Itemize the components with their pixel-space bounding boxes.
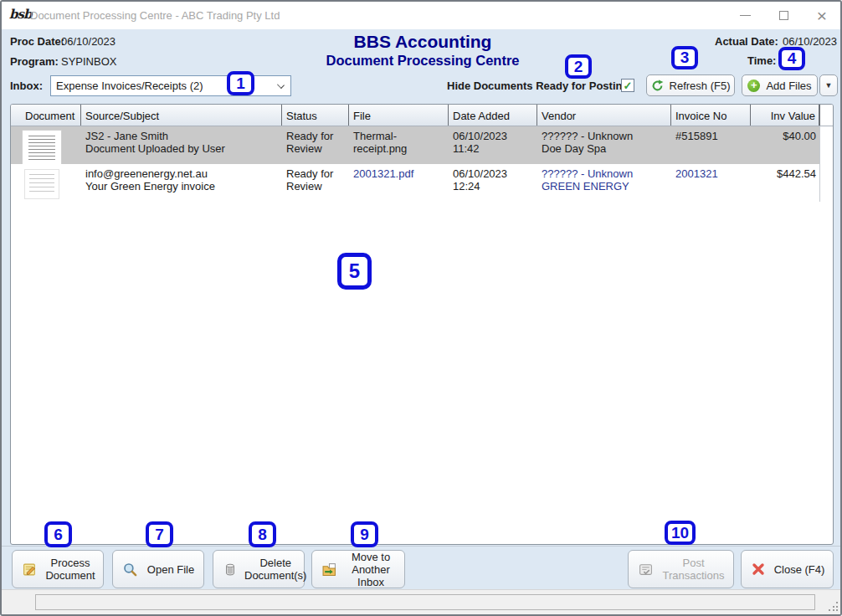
trash-icon	[223, 562, 237, 577]
actual-date-label: Actual Date:	[715, 35, 778, 48]
post-transactions-button[interactable]: Post Transactions	[628, 550, 734, 588]
move-inbox-button[interactable]: Move to Another Inbox	[311, 550, 405, 588]
caret-down-icon: ▼	[825, 81, 833, 90]
refresh-button-label: Refresh (F5)	[670, 80, 731, 92]
check-icon: ✓	[624, 80, 633, 91]
file-cell: 2001321.pdf	[349, 164, 449, 202]
proc-date-value: 06/10/2023	[61, 35, 116, 48]
post-transactions-icon	[639, 562, 653, 577]
column-header-vendor[interactable]: Vendor	[537, 105, 671, 126]
inv-value-cell: $40.00	[751, 126, 819, 164]
som-mark-9: 9	[351, 521, 378, 547]
refresh-icon	[651, 80, 664, 92]
add-files-button-label: Add Files	[766, 80, 811, 92]
program-value: SYPINBOX	[61, 55, 116, 68]
som-mark-8: 8	[249, 521, 276, 547]
app-window: bsb Document Processing Centre - ABC Tra…	[0, 0, 842, 616]
column-header-invoice-no[interactable]: Invoice No	[671, 105, 751, 126]
column-header-inv-value[interactable]: Inv Value	[751, 105, 819, 126]
table-row-1[interactable]: JS2 - Jane Smith Document Uploaded by Us…	[11, 126, 833, 164]
column-header-document[interactable]: Document	[11, 105, 81, 126]
status-message-panel	[35, 594, 815, 610]
status-cell: Ready for Review	[282, 164, 349, 202]
delete-documents-button[interactable]: Delete Document(s)	[213, 550, 305, 588]
resize-grip-icon[interactable]	[829, 602, 838, 611]
app-logo-icon: bsb	[9, 7, 31, 22]
vendor-cell: ?????? - Unknown GREEN ENERGY	[537, 164, 671, 202]
invoice-thumbnail	[25, 170, 59, 198]
som-mark-10: 10	[665, 521, 696, 545]
process-document-button[interactable]: Process Document	[12, 550, 104, 588]
status-cell: Ready for Review	[282, 126, 349, 164]
inv-value-cell: $442.54	[751, 164, 819, 202]
som-mark-7: 7	[146, 521, 173, 547]
receipt-thumbnail	[23, 131, 61, 164]
move-inbox-label: Move to Another Inbox	[344, 551, 398, 588]
som-mark-4: 4	[778, 47, 805, 70]
process-document-label: Process Document	[44, 557, 96, 582]
minimize-icon	[740, 15, 751, 16]
delete-documents-label: Delete Document(s)	[244, 557, 306, 582]
grid-header: Document Source/Subject Status File Date…	[11, 105, 833, 126]
move-folder-icon	[322, 562, 336, 577]
title-bar: bsb Document Processing Centre - ABC Tra…	[2, 2, 840, 29]
program-label: Program:	[10, 55, 59, 68]
hide-posting-label: Hide Documents Ready for Posting:	[447, 80, 633, 92]
source-subject-cell: JS2 - Jane Smith Document Uploaded by Us…	[81, 126, 282, 164]
close-button-label: Close (F4)	[773, 563, 826, 576]
add-files-dropdown-button[interactable]: ▼	[819, 74, 838, 96]
refresh-button[interactable]: Refresh (F5)	[646, 74, 735, 96]
app-title: BBS Accounting	[213, 32, 632, 52]
vendor-link[interactable]: GREEN ENERGY	[542, 180, 669, 192]
som-mark-5: 5	[337, 253, 372, 290]
som-mark-2: 2	[565, 54, 592, 79]
som-mark-1: 1	[227, 71, 254, 95]
document-grid: Document Source/Subject Status File Date…	[10, 104, 834, 545]
inbox-select[interactable]: Expense Invoices/Receipts (2)	[50, 75, 291, 96]
file-link[interactable]: 2001321.pdf	[353, 167, 446, 180]
hide-posting-checkbox[interactable]: ✓	[621, 79, 634, 92]
column-header-source-subject[interactable]: Source/Subject	[81, 105, 282, 126]
status-bar	[2, 589, 840, 614]
column-header-status[interactable]: Status	[282, 105, 349, 126]
window-title: Document Processing Centre - ABC Trading…	[30, 9, 280, 22]
column-header-file[interactable]: File	[349, 105, 449, 126]
close-button[interactable]: Close (F4)	[741, 550, 834, 588]
chevron-down-icon	[277, 81, 285, 89]
invoice-no-cell: 2001321	[671, 164, 751, 202]
process-document-icon	[23, 562, 37, 577]
inbox-label: Inbox:	[10, 80, 43, 92]
som-mark-3: 3	[671, 46, 698, 69]
proc-date-label: Proc Date:	[10, 35, 64, 48]
button-bar: Process Document Open File Delete Docume…	[2, 546, 840, 589]
time-label: Time:	[747, 54, 776, 67]
maximize-button[interactable]	[770, 2, 797, 29]
open-file-button[interactable]: Open File	[112, 550, 204, 588]
vendor-cell: ?????? - Unknown Doe Day Spa	[537, 126, 671, 164]
actual-date-value: 06/10/2023	[783, 35, 837, 48]
document-cell	[11, 164, 81, 202]
source-subject-cell: info@greenenergy.net.au Your Green Energ…	[81, 164, 282, 202]
date-added-cell: 06/10/2023 11:42	[449, 126, 537, 164]
close-x-icon	[752, 562, 765, 576]
inbox-selected-value: Expense Invoices/Receipts (2)	[56, 80, 203, 92]
minimize-button[interactable]	[732, 2, 758, 29]
file-cell: Thermal-receipt.png	[349, 126, 449, 164]
table-row-2[interactable]: info@greenenergy.net.au Your Green Energ…	[11, 164, 833, 202]
magnifier-icon	[123, 562, 137, 577]
post-transactions-label: Post Transactions	[660, 557, 726, 582]
date-added-cell: 06/10/2023 12:24	[449, 164, 537, 202]
column-header-date-added[interactable]: Date Added	[449, 105, 537, 126]
invoice-no-cell: #515891	[671, 126, 751, 164]
maximize-icon	[779, 11, 788, 20]
document-cell	[11, 126, 81, 164]
som-mark-6: 6	[44, 521, 72, 547]
open-file-label: Open File	[145, 563, 197, 576]
add-files-button[interactable]: + Add Files	[742, 74, 818, 96]
invoice-link[interactable]: 2001321	[675, 167, 748, 180]
close-window-button[interactable]: ×	[809, 2, 835, 29]
add-plus-icon: +	[747, 80, 760, 92]
grid-header-filler	[819, 105, 833, 126]
